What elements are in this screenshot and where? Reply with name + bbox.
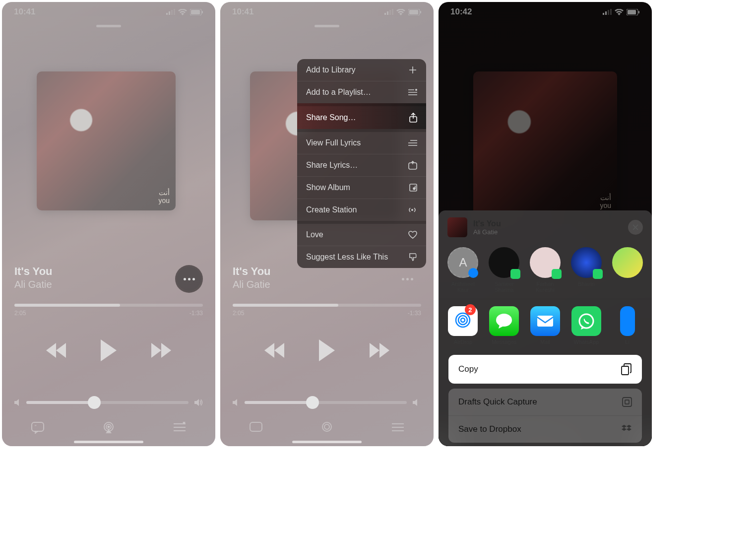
app-mail[interactable]: Mail [530, 306, 561, 345]
menu-suggest-less[interactable]: Suggest Less Like This [297, 246, 426, 268]
thumbs-down-icon [408, 253, 417, 262]
time-elapsed: 2:05 [14, 310, 26, 317]
volume-track[interactable] [26, 401, 189, 404]
panel-2-context-menu: 10:41 It's You Ali Gatie 2:05 -1:33 [220, 2, 434, 446]
menu-show-album[interactable]: Show Album [297, 176, 426, 199]
volume-track[interactable] [245, 401, 407, 404]
avatar [530, 247, 561, 278]
app-label: AirDrop [454, 339, 472, 345]
progress-track[interactable] [14, 304, 203, 307]
svg-rect-56 [603, 13, 604, 15]
next-button[interactable] [151, 343, 171, 358]
volume-thumb[interactable] [88, 396, 101, 409]
menu-view-lyrics[interactable]: View Full Lyrics [297, 129, 426, 154]
svg-point-47 [415, 89, 417, 91]
album-art: أنت you [473, 71, 617, 215]
volume-low-icon [233, 399, 239, 406]
svg-marker-34 [233, 399, 237, 406]
signal-icon [603, 9, 612, 15]
svg-text:": " [35, 424, 37, 430]
more-button[interactable] [393, 265, 421, 293]
album-label: أنت you [158, 189, 170, 204]
contact-name: Bhavin [578, 281, 595, 287]
svg-rect-72 [622, 366, 629, 375]
play-button[interactable] [319, 339, 335, 361]
share-action-dropbox[interactable]: Save to Dropbox [448, 415, 642, 443]
lyrics-icon[interactable] [250, 422, 262, 434]
more-app-icon [620, 306, 635, 336]
share-action-drafts[interactable]: Drafts Quick Capture [448, 389, 642, 415]
previous-button[interactable] [46, 343, 66, 358]
heart-icon [408, 231, 417, 239]
app-label: Mail [540, 339, 550, 345]
menu-share-song[interactable]: Share Song… [297, 103, 426, 129]
play-button[interactable] [101, 339, 117, 361]
contact-2[interactable]: Sameer Sharma [489, 247, 520, 293]
contacts-row: A Arshmeet Kaur Sameer Sharma Farhan Kur… [439, 243, 652, 299]
svg-point-22 [183, 422, 186, 424]
queue-icon[interactable] [173, 422, 186, 433]
svg-marker-32 [370, 343, 379, 358]
app-messages[interactable]: Messages [489, 306, 520, 345]
status-icons [603, 9, 640, 15]
sheet-grabber[interactable] [96, 25, 121, 27]
svg-marker-31 [274, 343, 284, 358]
contact-1[interactable]: A Arshmeet Kaur [447, 247, 479, 293]
svg-rect-62 [638, 11, 639, 13]
volume-row [14, 399, 203, 406]
menu-love[interactable]: Love [297, 221, 426, 246]
previous-button[interactable] [264, 343, 284, 358]
song-title: It's You [233, 265, 271, 278]
close-button[interactable] [628, 220, 643, 235]
home-indicator[interactable] [74, 441, 143, 443]
menu-create-station[interactable]: Create Station [297, 199, 426, 221]
svg-rect-2 [171, 10, 173, 15]
svg-rect-3 [174, 9, 175, 15]
panel-3-share-sheet: 10:42 أنت you It's You Ali Gatie A [439, 2, 652, 446]
lyrics-lines-icon [408, 139, 417, 146]
progress-bar[interactable]: 2:05 -1:33 [14, 304, 203, 317]
menu-add-to-playlist[interactable]: Add to a Playlist… [297, 81, 426, 103]
airplay-icon[interactable] [320, 422, 333, 434]
svg-rect-25 [389, 10, 391, 15]
avatar: A [447, 247, 478, 278]
whatsapp-badge-icon [510, 269, 520, 279]
share-header: It's You Ali Gatie [439, 217, 652, 243]
wifi-icon [178, 9, 187, 15]
status-time: 10:41 [14, 7, 35, 17]
contact-5[interactable] [612, 247, 643, 293]
sheet-grabber[interactable] [315, 25, 339, 27]
volume-thumb[interactable] [306, 396, 319, 409]
app-airdrop[interactable]: 2 AirDrop [447, 306, 479, 345]
status-bar: 10:41 [220, 2, 434, 22]
home-indicator[interactable] [292, 441, 362, 443]
contact-4[interactable]: Bhavin [570, 247, 602, 293]
lyrics-icon[interactable]: " [31, 422, 44, 434]
menu-share-lyrics[interactable]: Share Lyrics… [297, 154, 426, 176]
svg-marker-77 [622, 428, 627, 431]
next-button[interactable] [370, 343, 389, 358]
song-artist: Ali Gatie [233, 279, 271, 290]
status-time: 10:42 [450, 7, 472, 17]
copy-icon [621, 363, 632, 375]
apps-row: 2 AirDrop Messages Mail WhatsApp [439, 299, 652, 350]
svg-rect-59 [610, 9, 612, 15]
share-action-copy[interactable]: Copy [448, 355, 642, 384]
app-whatsapp[interactable]: WhatsApp [570, 306, 602, 345]
share-thumbnail [447, 217, 467, 237]
volume-low-icon [14, 399, 20, 406]
svg-rect-1 [169, 11, 170, 15]
queue-icon[interactable] [391, 422, 404, 433]
svg-point-55 [411, 209, 413, 211]
airplay-icon[interactable] [102, 422, 115, 434]
app-more[interactable]: Li [612, 306, 643, 345]
plus-icon [408, 66, 417, 74]
contact-3[interactable]: Farhan Kureshi [530, 247, 561, 293]
song-info: It's You Ali Gatie [233, 265, 271, 290]
menu-add-to-library[interactable]: Add to Library [297, 59, 426, 81]
more-button[interactable] [175, 265, 203, 293]
progress-bar[interactable]: 2:05 -1:33 [233, 304, 421, 317]
svg-marker-35 [413, 399, 417, 406]
playlist-icon [408, 89, 417, 96]
battery-icon [408, 9, 422, 15]
